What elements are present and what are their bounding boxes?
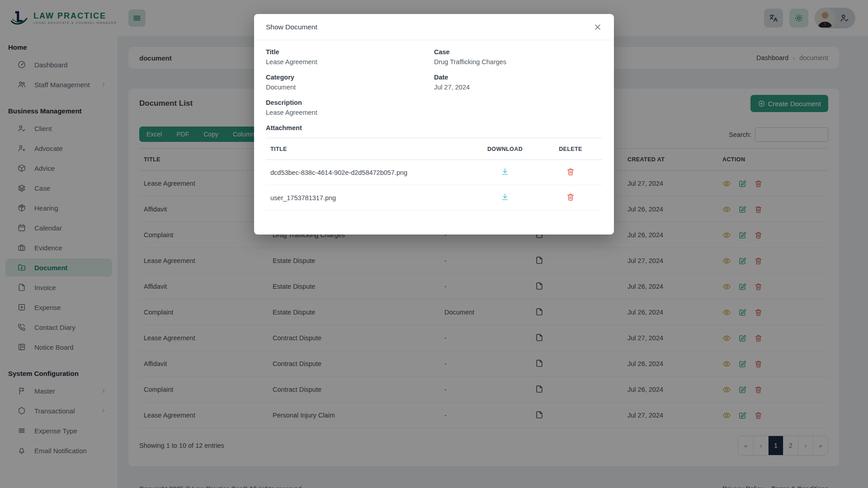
field-label: Title xyxy=(266,48,434,56)
download-button[interactable] xyxy=(500,192,509,202)
download-button[interactable] xyxy=(500,167,509,176)
attachment-download-cell xyxy=(471,160,539,185)
modal-fields: TitleLease AgreementCaseDrug Trafficking… xyxy=(266,48,602,116)
attachment-row: dcd53bec-838c-4614-902e-d2d58472b057.png xyxy=(266,160,602,185)
attachment-table: TITLEDOWNLOADDELETE dcd53bec-838c-4614-9… xyxy=(266,138,602,211)
attachment-filename: dcd53bec-838c-4614-902e-d2d58472b057.png xyxy=(266,160,471,185)
modal-field-date: DateJul 27, 2024 xyxy=(434,74,602,91)
attachment-delete-cell xyxy=(539,185,602,211)
attachment-delete-cell xyxy=(539,160,602,185)
attachment-header-row: TITLEDOWNLOADDELETE xyxy=(266,138,602,160)
field-label: Description xyxy=(266,99,434,106)
attachment-download-cell xyxy=(471,185,539,211)
modal-title: Show Document xyxy=(266,23,317,31)
field-value: Jul 27, 2024 xyxy=(434,84,602,91)
field-value: Document xyxy=(266,84,434,91)
field-label: Date xyxy=(434,74,602,81)
close-icon[interactable] xyxy=(593,23,602,32)
show-document-modal: Show Document TitleLease AgreementCaseDr… xyxy=(254,14,614,235)
attachment-column-header: DELETE xyxy=(539,138,602,160)
modal-field-category: CategoryDocument xyxy=(266,74,434,91)
modal-field-description: DescriptionLease Agreement xyxy=(266,99,434,116)
field-value: Lease Agreement xyxy=(266,58,434,66)
field-label: Case xyxy=(434,48,602,56)
modal-field-case: CaseDrug Trafficking Charges xyxy=(434,48,602,66)
attachment-filename: user_1753781317.png xyxy=(266,185,471,211)
delete-attachment-button[interactable] xyxy=(566,167,575,176)
attachment-column-header: TITLE xyxy=(266,138,471,160)
attachment-label: Attachment xyxy=(266,124,602,131)
modal-field-title: TitleLease Agreement xyxy=(266,48,434,66)
field-value: Drug Trafficking Charges xyxy=(434,58,602,66)
delete-attachment-button[interactable] xyxy=(566,192,575,202)
attachment-row: user_1753781317.png xyxy=(266,185,602,211)
attachment-column-header: DOWNLOAD xyxy=(471,138,539,160)
field-value: Lease Agreement xyxy=(266,109,434,116)
field-label: Category xyxy=(266,74,434,81)
attachment-body: dcd53bec-838c-4614-902e-d2d58472b057.png… xyxy=(266,160,602,211)
